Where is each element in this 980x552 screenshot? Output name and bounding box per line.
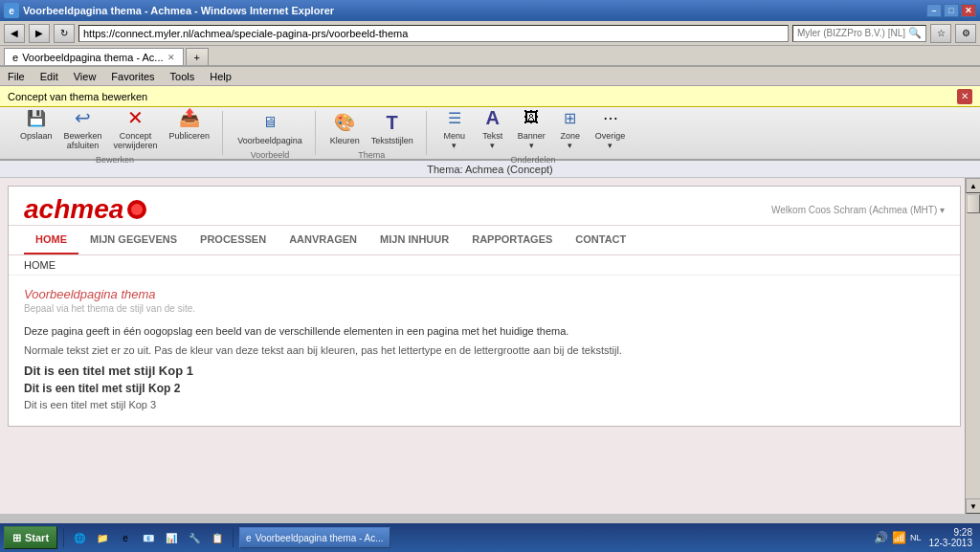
taskbar: ⊞ Start 🌐 📁 e 📧 📊 🔧 📋 e Voorbeeldpagina … [0,523,980,552]
scrollbar-vertical[interactable]: ▲ ▼ [965,178,980,514]
address-bar: ◀ ▶ ↻ 🔍 ☆ ⚙ [0,21,980,46]
toolbar-group-onderdelen: ☰ Menu ▾ A Tekst ▾ 🖼 Banner ▾ ⊞ Zone ▾ ⋯ [429,111,638,155]
volume-icon: 📶 [892,531,906,544]
overige-tool-button[interactable]: ⋯ Overige ▾ [590,101,631,153]
quicklaunch-ppt[interactable]: 📊 [162,528,181,547]
page-subtitle: Bepaal via het thema de stijl van de sit… [24,303,945,314]
menu-help[interactable]: Help [206,71,235,82]
bewerken-afsluiten-button[interactable]: ↩ Bewerken afsluiten [59,101,107,153]
scroll-up-button[interactable]: ▲ [966,178,980,193]
toolbar-group-bewerken: 💾 Opslaan ↩ Bewerken afsluiten ✕ Concept… [8,111,223,155]
scroll-thumb[interactable] [967,194,980,213]
back-arrow-icon: ↩ [70,104,97,131]
quicklaunch-ie[interactable]: 🌐 [70,528,89,547]
bewerken-group-label: Bewerken [96,155,134,165]
toolbar: 💾 Opslaan ↩ Bewerken afsluiten ✕ Concept… [0,107,980,161]
banner-tool-button[interactable]: 🖼 Banner ▾ [513,101,550,153]
system-icons: 🔊 📶 NL [874,531,922,544]
forward-button[interactable]: ▶ [29,24,50,43]
menu-file[interactable]: File [4,71,29,82]
more-icon: ⋯ [597,104,624,131]
publiceren-button[interactable]: 📤 Publiceren [165,101,215,153]
publish-icon: 📤 [176,104,203,131]
menu-icon: ☰ [441,104,468,131]
close-button[interactable]: ✕ [961,4,976,17]
search-icon: 🔍 [908,27,922,39]
menu-view[interactable]: View [70,71,100,82]
quicklaunch-outlook[interactable]: 📧 [139,528,158,547]
quicklaunch-app[interactable]: 🔧 [185,528,204,547]
taskbar-item-ie[interactable]: e Voorbeeldpagina thema - Ac... [239,527,390,548]
kleuren-button[interactable]: 🎨 Kleuren [325,106,365,148]
start-button[interactable]: ⊞ Start [4,526,57,549]
quicklaunch-ie2[interactable]: e [116,528,135,547]
zone-tool-button[interactable]: ⊞ Zone ▾ [552,101,589,153]
text-styles-icon: T [379,109,406,136]
achmea-nav: HOME MIJN GEGEVENS PROCESSEN AANVRAGEN M… [9,226,960,255]
favorites-button[interactable]: ☆ [930,24,951,43]
taskbar-right: 🔊 📶 NL 9:28 12-3-2013 [874,527,976,548]
voorbeeldpagina-button[interactable]: 🖥 Voorbeeldpagina [233,106,307,148]
tekststijlen-button[interactable]: T Tekststijlen [367,106,418,148]
clock-date: 12-3-2013 [928,538,972,548]
toolbar-group-thema: 🎨 Kleuren T Tekststijlen Thema [318,111,427,155]
notification-close-button[interactable]: ✕ [957,89,972,104]
theme-bar: Thema: Achmea (Concept) [0,161,980,178]
ie-icon: e [4,3,19,18]
toolbar-voorbeeld-buttons: 🖥 Voorbeeldpagina [233,106,307,148]
back-button[interactable]: ◀ [4,24,25,43]
menu-favorites[interactable]: Favorites [107,71,158,82]
nav-contact[interactable]: CONTACT [564,226,637,254]
toolbar-bewerken-buttons: 💾 Opslaan ↩ Bewerken afsluiten ✕ Concept… [15,101,214,153]
toolbar-group-voorbeeld: 🖥 Voorbeeldpagina Voorbeeld [225,111,316,155]
nav-mijn-inhuur[interactable]: MIJN INHUUR [368,226,460,254]
tekst-tool-button[interactable]: A Tekst ▾ [475,101,511,153]
clock-time: 9:28 [928,527,972,538]
thema-group-label: Thema [358,150,385,160]
logo-text: achmea [24,194,123,225]
quicklaunch-app2[interactable]: 📋 [208,528,227,547]
refresh-button[interactable]: ↻ [54,24,75,43]
menu-tool-button[interactable]: ☰ Menu ▾ [436,101,473,153]
opslaan-button[interactable]: 💾 Opslaan [15,101,57,153]
search-box[interactable]: 🔍 [792,25,926,42]
concept-verwijderen-button[interactable]: ✕ Concept verwijderen [109,101,163,153]
scroll-down-button[interactable]: ▼ [966,498,980,514]
tab-1[interactable]: e Voorbeeldpagina thema - Ac... ✕ [4,48,184,65]
content-area: Voorbeeldpagina thema Bepaal via het the… [9,276,960,426]
logo-circle-inner [131,204,143,215]
maximize-button[interactable]: □ [944,4,959,17]
nav-mijn-gegevens[interactable]: MIJN GEGEVENS [78,226,189,254]
taskbar-ie-icon: e [246,533,252,543]
heading-1: Dit is een titel met stijl Kop 1 [24,364,945,378]
menu-tools[interactable]: Tools [167,71,199,82]
menu-edit[interactable]: Edit [36,71,62,82]
voorbeeld-group-label: Voorbeeld [251,150,290,160]
language-icon: NL [910,533,922,542]
toolbar-onderdelen-buttons: ☰ Menu ▾ A Tekst ▾ 🖼 Banner ▾ ⊞ Zone ▾ ⋯ [436,101,631,153]
achmea-logo: achmea [24,194,146,225]
nav-rapportages[interactable]: RAPPORTAGES [460,226,564,254]
window-title: Voorbeeldpagina thema - Achmea - Windows… [23,5,334,16]
address-input[interactable] [78,25,789,42]
preview-icon: 🖥 [256,109,283,136]
search-input[interactable] [797,28,908,38]
title-bar-controls: – □ ✕ [926,4,976,17]
body-text: Deze pagina geeft in één oogopslag een b… [24,325,945,337]
save-icon: 💾 [23,104,50,131]
menu-bar: File Edit View Favorites Tools Help [0,67,980,86]
tab-close-button[interactable]: ✕ [167,53,175,62]
tab-new[interactable]: + [186,48,209,65]
logo-circle-icon [127,200,146,219]
taskbar-ie-label: Voorbeeldpagina thema - Ac... [256,533,384,543]
network-icon: 🔊 [874,531,888,544]
nav-processen[interactable]: PROCESSEN [189,226,278,254]
minimize-button[interactable]: – [926,4,942,17]
nav-aanvragen[interactable]: AANVRAGEN [278,226,368,254]
tools-button[interactable]: ⚙ [955,24,976,43]
quicklaunch-folder[interactable]: 📁 [93,528,112,547]
normal-text: Normale tekst ziet er zo uit. Pas de kle… [24,344,945,356]
breadcrumb-text: HOME [24,259,56,271]
nav-home[interactable]: HOME [24,226,78,254]
clock: 9:28 12-3-2013 [928,527,972,548]
